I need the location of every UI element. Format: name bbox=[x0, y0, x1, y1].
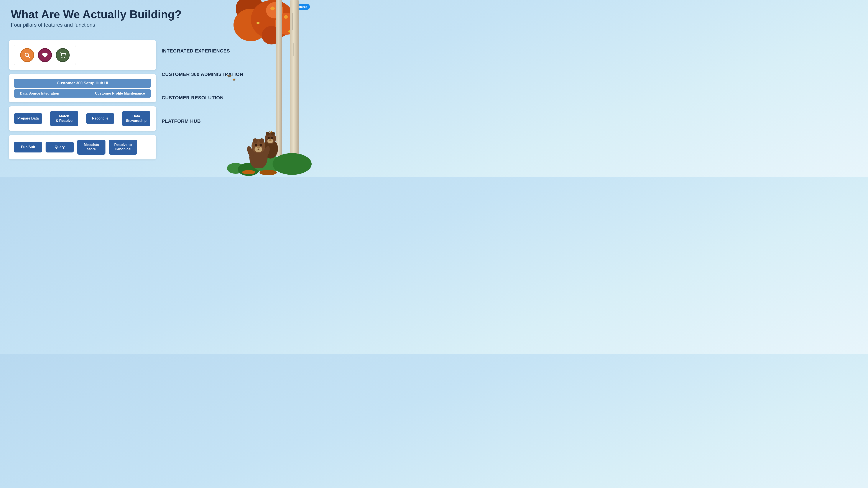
foliage-blob-6 bbox=[266, 2, 283, 19]
bush-2 bbox=[253, 155, 283, 173]
platform-box-query: Query bbox=[45, 142, 74, 153]
platform-box-pubsub: Pub/Sub bbox=[14, 142, 42, 153]
arrow-3: → bbox=[116, 116, 120, 121]
admin-right-label: Customer Profile Maintenance bbox=[95, 92, 145, 95]
admin-bottom-bar: Data Source Integration Customer Profile… bbox=[14, 89, 151, 98]
svg-point-2 bbox=[62, 57, 62, 58]
foliage-blob-5 bbox=[262, 26, 281, 44]
bush-1 bbox=[273, 153, 312, 175]
svg-point-14 bbox=[254, 147, 262, 152]
svg-point-9 bbox=[268, 137, 270, 139]
page-title: What Are We Actually Building? bbox=[11, 8, 182, 21]
flow-box-reconcile: Reconcile bbox=[86, 113, 114, 124]
foliage-dot-1 bbox=[284, 15, 288, 19]
svg-point-16 bbox=[259, 138, 264, 143]
bush-3 bbox=[238, 163, 259, 176]
page-subtitle: Four pillars of features and functions bbox=[11, 22, 182, 28]
foliage-blob-3 bbox=[236, 0, 264, 22]
foliage-dot-4 bbox=[288, 30, 291, 33]
svg-point-11 bbox=[269, 139, 272, 141]
svg-point-20 bbox=[259, 143, 262, 146]
label-customer-resolution: CUSTOMER RESOLUTION bbox=[162, 87, 248, 106]
arrow-2: → bbox=[80, 116, 85, 121]
tree-trunk-2 bbox=[276, 0, 282, 156]
svg-point-7 bbox=[266, 132, 270, 135]
salesforce-logo: salesforce bbox=[290, 4, 310, 10]
foliage-dot-3 bbox=[270, 6, 275, 10]
platform-box-metadata: MetadataStore bbox=[77, 140, 105, 155]
admin-left-label: Data Source Integration bbox=[20, 92, 59, 95]
svg-point-19 bbox=[255, 143, 257, 146]
ground-decoration bbox=[190, 134, 316, 177]
flow-box-match: Match& Resolve bbox=[50, 111, 78, 126]
ground-leaf-2 bbox=[242, 170, 255, 174]
cart-icon bbox=[56, 48, 70, 62]
foliage-dot-2 bbox=[256, 22, 259, 24]
ground-leaf-1 bbox=[259, 170, 277, 175]
svg-point-8 bbox=[271, 132, 275, 135]
label-customer-360-admin: CUSTOMER 360 ADMINISTRATION bbox=[162, 64, 248, 83]
svg-point-6 bbox=[267, 139, 273, 143]
arrow-1: → bbox=[44, 116, 49, 121]
label-integrated-experiences: INTEGRATED EXPERIENCES bbox=[162, 40, 248, 60]
resolution-flow: Prepare Data → Match& Resolve → Reconcil… bbox=[14, 111, 151, 126]
platform-flow: Pub/Sub Query MetadataStore Resolve toCa… bbox=[14, 140, 151, 155]
flow-box-stewardship: DataStewardship bbox=[122, 111, 150, 126]
panel-platform-hub: Pub/Sub Query MetadataStore Resolve toCa… bbox=[9, 135, 156, 160]
butterfly-3: 🦋 bbox=[269, 130, 273, 134]
search-icon bbox=[20, 48, 34, 62]
svg-point-4 bbox=[263, 139, 278, 159]
svg-point-15 bbox=[253, 138, 257, 143]
panel-integrated-experiences bbox=[9, 40, 156, 70]
label-platform-hub: PLATFORM HUB bbox=[162, 110, 248, 130]
right-labels-container: INTEGRATED EXPERIENCES CUSTOMER 360 ADMI… bbox=[162, 40, 248, 130]
platform-box-resolve: Resolve toCanonical bbox=[109, 140, 137, 155]
bush-4 bbox=[227, 163, 244, 174]
svg-point-18 bbox=[262, 145, 271, 159]
admin-top-bar: Customer 360 Setup Hub UI bbox=[14, 79, 151, 88]
svg-point-12 bbox=[249, 145, 268, 168]
tree-trunk-1 bbox=[290, 0, 299, 163]
foliage-blob-2 bbox=[234, 9, 268, 41]
icon-group bbox=[14, 45, 76, 65]
svg-point-3 bbox=[64, 57, 65, 58]
svg-line-1 bbox=[28, 56, 30, 58]
svg-point-5 bbox=[265, 133, 276, 144]
foliage-blob-1 bbox=[251, 0, 294, 39]
svg-point-21 bbox=[257, 147, 260, 149]
page-header: What Are We Actually Building? Four pill… bbox=[11, 8, 182, 28]
foliage-blob-4 bbox=[275, 13, 299, 35]
heart-icon bbox=[38, 48, 52, 62]
panel-customer-resolution: Prepare Data → Match& Resolve → Reconcil… bbox=[9, 106, 156, 131]
left-panels-container: Customer 360 Setup Hub UI Data Source In… bbox=[9, 40, 156, 159]
svg-point-10 bbox=[271, 137, 273, 139]
svg-point-17 bbox=[246, 145, 255, 159]
flow-box-prepare: Prepare Data bbox=[14, 113, 42, 124]
panel-customer-360-admin: Customer 360 Setup Hub UI Data Source In… bbox=[9, 74, 156, 102]
svg-point-13 bbox=[251, 139, 266, 153]
